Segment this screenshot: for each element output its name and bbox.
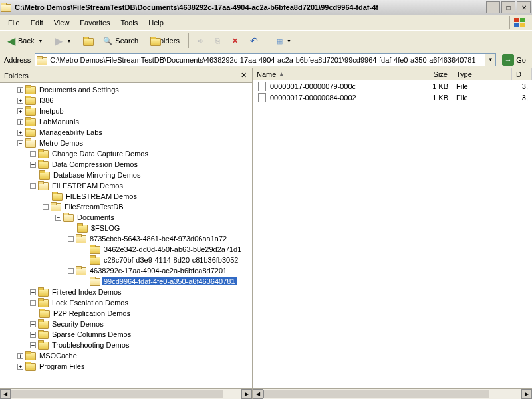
- expander-plus-icon[interactable]: +: [17, 87, 23, 93]
- tree-item[interactable]: Manageability Labs: [38, 128, 104, 136]
- back-button[interactable]: ◀ Back ▼: [3, 33, 47, 49]
- horizontal-scrollbar[interactable]: ◀ ▶: [253, 388, 532, 399]
- minimize-button[interactable]: _: [486, 1, 500, 13]
- move-icon: ➪: [198, 37, 203, 45]
- scroll-left-button[interactable]: ◀: [0, 389, 11, 399]
- folders-pane-close[interactable]: ✕: [239, 71, 248, 80]
- expander-minus-icon[interactable]: −: [68, 268, 74, 274]
- menu-file[interactable]: File: [3, 17, 25, 28]
- expander-plus-icon[interactable]: +: [30, 321, 36, 327]
- folders-button[interactable]: Folders: [146, 35, 184, 47]
- tree-item[interactable]: Troubleshooting Demos: [51, 341, 130, 349]
- expander-plus-icon[interactable]: +: [30, 151, 36, 157]
- close-button[interactable]: ✕: [517, 1, 531, 13]
- folder-icon: [52, 192, 63, 201]
- expander-plus-icon[interactable]: +: [30, 162, 36, 168]
- tree-item[interactable]: P2P Replication Demos: [52, 309, 132, 317]
- windows-flag-icon: [509, 16, 529, 29]
- tree-item[interactable]: $FSLOG: [90, 224, 121, 232]
- folder-tree[interactable]: +Documents and Settings +I386 +Inetpub +…: [0, 83, 252, 388]
- expander-plus-icon[interactable]: +: [17, 108, 23, 114]
- folder-icon: [25, 351, 36, 360]
- tree-item[interactable]: Program Files: [38, 362, 86, 370]
- scroll-track[interactable]: [263, 389, 521, 399]
- column-name[interactable]: Name ▲: [253, 68, 412, 80]
- folder-open-icon: [38, 181, 49, 190]
- expander-plus-icon[interactable]: +: [30, 342, 36, 348]
- delete-button[interactable]: ✕: [227, 35, 243, 47]
- tree-item[interactable]: Data Compression Demos: [51, 160, 139, 168]
- expander-plus-icon[interactable]: +: [17, 353, 23, 359]
- tree-item[interactable]: Lock Escalation Demos: [51, 299, 130, 307]
- tree-item[interactable]: 4638292c-17aa-4904-ac2a-b6bfea8d7201: [88, 267, 228, 275]
- separator: [267, 33, 267, 48]
- expander-plus-icon[interactable]: +: [17, 119, 23, 125]
- list-item[interactable]: 00000017-00000079-000c 1 KB File 3,: [253, 80, 532, 92]
- menu-view[interactable]: View: [49, 17, 75, 28]
- horizontal-scrollbar[interactable]: ◀ ▶: [0, 388, 252, 399]
- tree-item[interactable]: 3462e342-dd0d-450f-ab63-b8e29d2a71d1: [102, 245, 243, 253]
- column-date[interactable]: D: [512, 68, 532, 80]
- tree-item[interactable]: Security Demos: [51, 320, 105, 328]
- folder-open-icon: [76, 266, 86, 275]
- column-size[interactable]: Size: [412, 68, 452, 80]
- tree-item[interactable]: Metro Demos: [38, 139, 84, 147]
- maximize-button[interactable]: □: [501, 1, 515, 13]
- address-combo[interactable]: ▼: [35, 53, 496, 66]
- up-button[interactable]: [78, 35, 90, 47]
- expander-minus-icon[interactable]: −: [68, 236, 74, 242]
- tree-item[interactable]: Inetpub: [38, 107, 65, 115]
- column-type[interactable]: Type: [452, 68, 512, 80]
- folder-icon: [39, 170, 50, 180]
- tree-item[interactable]: Documents and Settings: [38, 86, 120, 94]
- address-input[interactable]: [49, 54, 485, 66]
- list-item[interactable]: 00000017-00000084-0002 1 KB File 3,: [253, 92, 532, 103]
- go-button[interactable]: → Go: [499, 53, 529, 67]
- tree-item[interactable]: FILESTREAM Demos: [65, 192, 138, 200]
- tree-item[interactable]: Sparse Columns Demos: [51, 331, 132, 338]
- scroll-right-button[interactable]: ▶: [521, 389, 532, 399]
- tree-item[interactable]: c28c70bf-d3e9-4114-8d20-c81b36fb3052: [102, 256, 239, 264]
- move-to-button[interactable]: ➪: [193, 35, 208, 47]
- tree-item[interactable]: Filtered Index Demos: [51, 288, 123, 296]
- tree-item[interactable]: FILESTREAM Demos: [51, 182, 124, 190]
- forward-button[interactable]: ▶ ▼: [50, 33, 76, 49]
- views-button[interactable]: ▦ ▼: [271, 35, 296, 47]
- address-dropdown[interactable]: ▼: [485, 54, 495, 66]
- menu-help[interactable]: Help: [143, 17, 169, 28]
- copy-to-button[interactable]: ⎘: [211, 35, 225, 47]
- scroll-thumb[interactable]: [263, 390, 489, 398]
- svg-rect-0: [514, 18, 519, 22]
- undo-button[interactable]: ↶: [245, 33, 263, 48]
- tree-item[interactable]: Database Mirroring Demos: [52, 171, 142, 179]
- tree-item[interactable]: Documents: [76, 213, 116, 221]
- menu-edit[interactable]: Edit: [25, 17, 49, 28]
- tree-item[interactable]: 8735cbcb-5643-4861-be4f-973d06aa1a72: [88, 235, 228, 243]
- list-header: Name ▲ Size Type D: [253, 68, 532, 80]
- scroll-left-button[interactable]: ◀: [253, 389, 263, 399]
- tree-item[interactable]: LabManuals: [38, 118, 80, 126]
- tree-item[interactable]: Change Data Capture Demos: [51, 150, 150, 158]
- expander-plus-icon[interactable]: +: [17, 98, 23, 104]
- tree-item[interactable]: I386: [38, 96, 55, 104]
- expander-plus-icon[interactable]: +: [17, 130, 23, 136]
- menu-tools[interactable]: Tools: [116, 17, 144, 28]
- scroll-thumb[interactable]: [11, 390, 223, 398]
- expander-minus-icon[interactable]: −: [17, 140, 23, 146]
- expander-plus-icon[interactable]: +: [30, 289, 36, 295]
- expander-minus-icon[interactable]: −: [55, 215, 61, 221]
- expander-plus-icon[interactable]: +: [30, 332, 36, 338]
- expander-minus-icon[interactable]: −: [30, 183, 36, 189]
- scroll-track[interactable]: [11, 389, 241, 399]
- search-button[interactable]: 🔍 Search: [98, 35, 143, 47]
- tree-item-selected[interactable]: 99cd9964-fdaf-4fe0-a350-a6f463640781: [102, 277, 237, 285]
- expander-plus-icon[interactable]: +: [30, 300, 36, 306]
- list-body[interactable]: 00000017-00000079-000c 1 KB File 3, 0000…: [253, 80, 532, 388]
- menu-favorites[interactable]: Favorites: [74, 17, 115, 28]
- tree-item[interactable]: FileStreamTestDB: [63, 203, 125, 211]
- folder-open-icon: [63, 213, 74, 222]
- scroll-right-button[interactable]: ▶: [241, 389, 252, 399]
- tree-item[interactable]: MSOCache: [38, 352, 78, 360]
- expander-plus-icon[interactable]: +: [17, 364, 23, 370]
- expander-minus-icon[interactable]: −: [43, 204, 49, 210]
